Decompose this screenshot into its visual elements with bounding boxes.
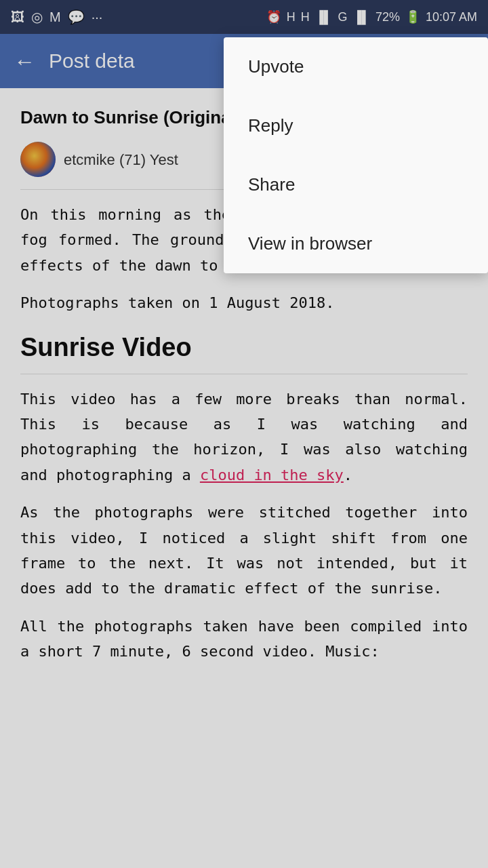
menu-item-upvote[interactable]: Upvote (224, 37, 488, 96)
menu-item-view-in-browser[interactable]: View in browser (224, 214, 488, 273)
context-menu: Upvote Reply Share View in browser (224, 37, 488, 273)
menu-item-share[interactable]: Share (224, 155, 488, 214)
menu-item-reply[interactable]: Reply (224, 96, 488, 155)
